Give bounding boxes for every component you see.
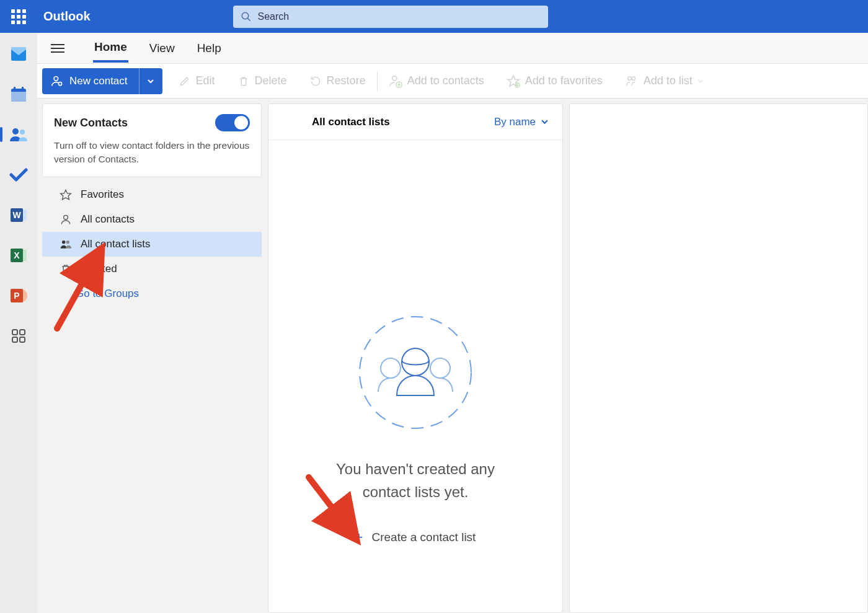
search-placeholder: Search bbox=[258, 11, 290, 22]
svg-rect-20 bbox=[20, 337, 25, 342]
reading-pane bbox=[569, 104, 868, 613]
svg-point-36 bbox=[64, 215, 68, 219]
svg-point-38 bbox=[66, 240, 69, 244]
nav-favorites-label: Favorites bbox=[81, 188, 124, 201]
add-to-favorites-label: Add to favorites bbox=[525, 74, 603, 87]
restore-icon bbox=[309, 75, 322, 87]
edit-button[interactable]: Edit bbox=[167, 68, 226, 94]
new-contact-dropdown-button[interactable] bbox=[139, 68, 162, 94]
svg-rect-5 bbox=[22, 87, 24, 90]
svg-point-40 bbox=[402, 348, 429, 376]
ribbon-toolbar: New contact Edit Delete Restore bbox=[37, 64, 868, 99]
svg-point-37 bbox=[62, 240, 65, 244]
word-app-button[interactable]: W bbox=[9, 205, 29, 225]
calendar-app-button[interactable] bbox=[9, 84, 29, 104]
svg-point-0 bbox=[242, 12, 249, 19]
svg-point-34 bbox=[632, 76, 636, 80]
svg-point-25 bbox=[392, 76, 396, 80]
list-panel: All contact lists By name bbox=[268, 104, 563, 613]
more-apps-button[interactable] bbox=[9, 326, 29, 346]
go-to-groups-link[interactable]: Go to Groups bbox=[42, 281, 262, 306]
sort-button[interactable]: By name bbox=[494, 116, 549, 128]
new-contacts-description: Turn off to view contact folders in the … bbox=[54, 139, 250, 167]
calendar-icon bbox=[10, 86, 27, 103]
powerpoint-app-button[interactable]: P bbox=[9, 286, 29, 306]
app-title: Outlook bbox=[43, 9, 91, 24]
edit-icon bbox=[179, 75, 191, 87]
mail-app-button[interactable] bbox=[9, 44, 29, 64]
trash-icon bbox=[60, 263, 72, 275]
svg-rect-4 bbox=[14, 87, 16, 90]
powerpoint-icon: P bbox=[10, 287, 27, 304]
star-icon bbox=[60, 188, 72, 201]
search-input[interactable]: Search bbox=[233, 6, 548, 28]
svg-point-39 bbox=[360, 317, 471, 428]
app-launcher-button[interactable] bbox=[0, 9, 37, 24]
svg-point-7 bbox=[20, 130, 25, 135]
svg-text:P: P bbox=[14, 291, 19, 301]
tab-home[interactable]: Home bbox=[93, 34, 128, 63]
list-panel-title: All contact lists bbox=[312, 116, 390, 128]
svg-rect-17 bbox=[12, 330, 17, 335]
word-icon: W bbox=[10, 206, 27, 224]
svg-rect-19 bbox=[12, 337, 17, 342]
tab-view[interactable]: View bbox=[148, 35, 176, 61]
new-contacts-toggle[interactable] bbox=[215, 114, 250, 131]
nav-deleted[interactable]: Deleted bbox=[42, 257, 262, 281]
create-contact-list-button[interactable]: + Create a contact list bbox=[355, 529, 476, 545]
check-icon bbox=[9, 167, 28, 182]
empty-state: You haven't created any contact lists ye… bbox=[268, 140, 562, 612]
edit-label: Edit bbox=[196, 74, 215, 87]
add-person-icon bbox=[51, 75, 63, 87]
people-app-button[interactable] bbox=[9, 125, 29, 144]
chevron-down-icon bbox=[698, 78, 704, 84]
excel-icon: X bbox=[10, 247, 27, 264]
nav-all-contacts[interactable]: All contacts bbox=[42, 207, 262, 232]
nav-all-contact-lists-label: All contact lists bbox=[81, 238, 150, 250]
waffle-icon bbox=[11, 9, 26, 24]
svg-point-41 bbox=[381, 358, 401, 378]
folder-nav: Favorites All contacts All contact lists… bbox=[42, 182, 262, 306]
nav-favorites[interactable]: Favorites bbox=[42, 182, 262, 207]
tab-help[interactable]: Help bbox=[196, 35, 223, 61]
mail-icon bbox=[9, 46, 28, 62]
todo-app-button[interactable] bbox=[9, 165, 29, 185]
people-icon bbox=[9, 127, 28, 142]
svg-rect-10 bbox=[23, 209, 27, 221]
nav-all-contact-lists[interactable]: All contact lists bbox=[42, 232, 262, 257]
svg-line-1 bbox=[247, 18, 250, 21]
restore-label: Restore bbox=[327, 74, 366, 87]
app-rail: W X P bbox=[0, 33, 37, 613]
apps-grid-icon bbox=[11, 329, 26, 343]
svg-point-21 bbox=[54, 76, 58, 81]
excel-app-button[interactable]: X bbox=[9, 245, 29, 265]
add-to-favorites-button[interactable]: Add to favorites bbox=[495, 68, 614, 94]
star-plus-icon bbox=[507, 74, 520, 88]
svg-text:W: W bbox=[12, 210, 21, 220]
chevron-down-icon bbox=[147, 77, 154, 85]
add-to-contacts-button[interactable]: Add to contacts bbox=[378, 68, 495, 94]
new-contact-button[interactable]: New contact bbox=[42, 68, 139, 94]
nav-deleted-label: Deleted bbox=[81, 263, 117, 275]
search-icon bbox=[241, 11, 252, 22]
new-contacts-card: New Contacts Turn off to view contact fo… bbox=[42, 104, 262, 177]
add-to-contacts-label: Add to contacts bbox=[407, 74, 484, 87]
create-contact-list-label: Create a contact list bbox=[371, 531, 476, 544]
svg-rect-18 bbox=[20, 330, 25, 335]
new-contact-label: New contact bbox=[69, 75, 128, 87]
person-icon bbox=[60, 213, 72, 226]
restore-button[interactable]: Restore bbox=[298, 68, 377, 94]
svg-text:X: X bbox=[14, 250, 20, 260]
sort-label: By name bbox=[494, 116, 536, 128]
empty-state-text: You haven't created any contact lists ye… bbox=[336, 457, 495, 503]
people-list-icon bbox=[625, 74, 639, 88]
add-to-list-label: Add to list bbox=[644, 74, 693, 87]
hamburger-button[interactable] bbox=[51, 44, 64, 53]
empty-illustration bbox=[356, 314, 474, 434]
add-to-list-button[interactable]: Add to list bbox=[614, 68, 715, 94]
svg-point-33 bbox=[627, 76, 631, 80]
svg-point-6 bbox=[12, 128, 19, 135]
svg-marker-35 bbox=[61, 190, 71, 199]
tab-row: Home View Help bbox=[37, 33, 868, 64]
delete-button[interactable]: Delete bbox=[226, 68, 298, 94]
